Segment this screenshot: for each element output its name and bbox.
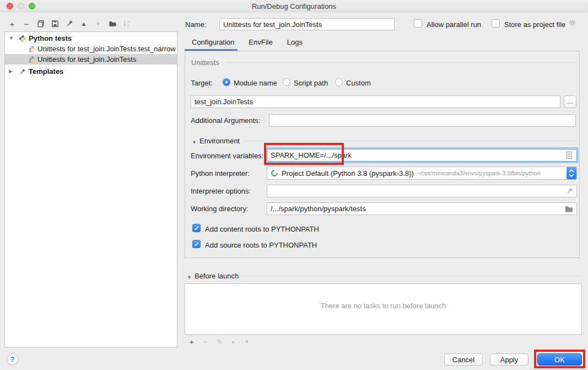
python-interpreter-select[interactable]: Project Default (Python 3.8 (pyspark-3.8… xyxy=(267,167,577,180)
add-content-roots-checkbox[interactable]: ✓ xyxy=(192,224,201,232)
window-title: Run/Debug Configurations xyxy=(0,2,588,10)
move-down-icon[interactable]: ▼ xyxy=(94,19,103,28)
tree-item-python-tests[interactable]: ▼ Python tests xyxy=(5,33,177,44)
conda-env-icon xyxy=(271,169,278,177)
before-launch-collapse-icon[interactable]: ▼ xyxy=(187,275,192,280)
configurations-tree: ▼ Python tests Unittests for test_join.J… xyxy=(4,31,177,347)
tab-logs[interactable]: Logs xyxy=(280,36,310,51)
section-divider xyxy=(239,276,582,276)
environment-collapse-icon[interactable]: ▼ xyxy=(192,140,197,145)
remove-task-icon[interactable]: − xyxy=(201,337,210,346)
move-task-up-icon[interactable]: ▲ xyxy=(229,337,238,346)
tree-item-test-narrow[interactable]: Unittests for test_join.JoinTests.test_n… xyxy=(5,44,177,54)
add-configuration-icon[interactable]: + xyxy=(8,19,17,28)
radio-module-name[interactable] xyxy=(223,78,230,86)
radio-script-path-label[interactable]: Script path xyxy=(294,79,328,87)
new-folder-icon[interactable] xyxy=(108,19,117,28)
tree-item-templates[interactable]: ▶ Templates xyxy=(5,66,177,77)
python-interpreter-label: Python interpreter: xyxy=(191,169,250,178)
radio-custom[interactable] xyxy=(335,78,343,86)
move-up-icon[interactable]: ▲ xyxy=(79,19,88,28)
help-button[interactable]: ? xyxy=(7,353,18,365)
remove-configuration-icon[interactable]: − xyxy=(22,19,31,28)
settings-tabs: Configuration EnvFile Logs xyxy=(185,36,310,51)
add-content-roots-label[interactable]: Add content roots to PYTHONPATH xyxy=(205,225,319,233)
allow-parallel-run-label: Allow parallel run xyxy=(427,20,481,29)
save-configuration-icon[interactable] xyxy=(51,19,60,28)
tree-item-label: Unittests for test_join.JoinTests.test_n… xyxy=(37,44,176,54)
configuration-tab-content: Unittests Target: Module name Script pat… xyxy=(185,51,580,258)
expand-field-icon[interactable] xyxy=(566,187,573,196)
browse-target-button[interactable]: ... xyxy=(564,95,576,108)
store-as-project-file-checkbox[interactable] xyxy=(492,19,500,28)
interpreter-path: ~/opt/miniconda3/envs/pyspark-3.8/bin/py… xyxy=(417,170,541,176)
store-as-project-file-gear-icon[interactable] xyxy=(568,19,576,29)
sort-configurations-icon[interactable]: az xyxy=(122,19,131,28)
dropdown-stepper-icon[interactable] xyxy=(567,167,576,180)
interpreter-value: Project Default (Python 3.8 (pyspark-3.8… xyxy=(282,169,414,178)
browse-environment-variables-icon[interactable] xyxy=(565,151,573,161)
working-directory-label: Working directory: xyxy=(191,205,249,213)
allow-parallel-run-checkbox[interactable] xyxy=(414,19,422,28)
unittests-group-label: Unittests xyxy=(191,58,219,67)
edit-task-icon[interactable]: ✎ xyxy=(215,337,224,346)
group-divider xyxy=(227,62,575,63)
before-launch-empty-text: There are no tasks to run before launch xyxy=(185,302,581,310)
add-source-roots-checkbox[interactable]: ✓ xyxy=(192,240,201,248)
tab-configuration[interactable]: Configuration xyxy=(185,36,241,51)
interpreter-options-input[interactable] xyxy=(267,185,577,197)
environment-section-label: Environment xyxy=(199,137,240,145)
python-test-config-icon xyxy=(29,45,36,53)
python-test-config-icon xyxy=(29,56,36,63)
radio-script-path[interactable] xyxy=(283,78,290,86)
target-label: Target: xyxy=(191,79,213,87)
ok-button[interactable]: OK xyxy=(537,353,582,366)
edit-templates-wrench-icon[interactable] xyxy=(65,19,74,28)
before-launch-task-list: There are no tasks to run before launch xyxy=(185,283,582,335)
store-as-project-file-label: Store as project file xyxy=(504,20,565,29)
interpreter-options-label: Interpreter options: xyxy=(191,187,251,195)
target-input[interactable] xyxy=(191,95,560,108)
cancel-button[interactable]: Cancel xyxy=(444,353,483,366)
additional-arguments-label: Additional Arguments: xyxy=(191,116,260,125)
browse-folder-icon[interactable] xyxy=(565,205,573,214)
tree-item-jointests-selected[interactable]: Unittests for test_join.JoinTests xyxy=(5,54,177,65)
tree-item-label: Python tests xyxy=(29,33,72,44)
tree-item-label: Unittests for test_join.JoinTests xyxy=(37,54,136,65)
radio-module-name-label[interactable]: Module name xyxy=(234,79,277,87)
configurations-toolbar: + − ▲ ▼ az xyxy=(8,18,131,29)
radio-custom-label[interactable]: Custom xyxy=(346,79,371,87)
apply-button[interactable]: Apply xyxy=(490,353,528,366)
expand-arrow-icon[interactable]: ▶ xyxy=(9,66,13,77)
add-task-icon[interactable]: + xyxy=(187,337,196,346)
add-source-roots-label[interactable]: Add source roots to PYTHONPATH xyxy=(205,241,317,249)
move-task-down-icon[interactable]: ▼ xyxy=(242,337,251,346)
tree-item-label: Templates xyxy=(29,66,63,77)
before-launch-label: Before launch xyxy=(195,272,239,280)
svg-text:a: a xyxy=(127,20,130,23)
environment-variables-input[interactable] xyxy=(267,149,577,162)
collapse-arrow-icon[interactable]: ▼ xyxy=(9,33,14,44)
python-tests-icon xyxy=(19,35,26,42)
additional-arguments-input[interactable] xyxy=(269,114,576,127)
tab-envfile[interactable]: EnvFile xyxy=(241,36,279,51)
titlebar: Run/Debug Configurations xyxy=(0,0,588,12)
active-tab-indicator xyxy=(185,49,238,51)
templates-wrench-icon xyxy=(19,68,26,76)
before-launch-toolbar: + − ✎ ▲ ▼ xyxy=(187,337,251,346)
run-debug-configurations-dialog: Run/Debug Configurations + − ▲ ▼ az ▼ Py xyxy=(0,0,588,370)
working-directory-input[interactable] xyxy=(267,202,577,215)
svg-text:z: z xyxy=(127,23,129,27)
environment-variables-label: Environment variables: xyxy=(191,152,263,160)
name-input[interactable] xyxy=(219,18,395,30)
section-divider xyxy=(245,141,575,141)
copy-configuration-icon[interactable] xyxy=(36,19,45,28)
name-label: Name: xyxy=(185,20,206,29)
